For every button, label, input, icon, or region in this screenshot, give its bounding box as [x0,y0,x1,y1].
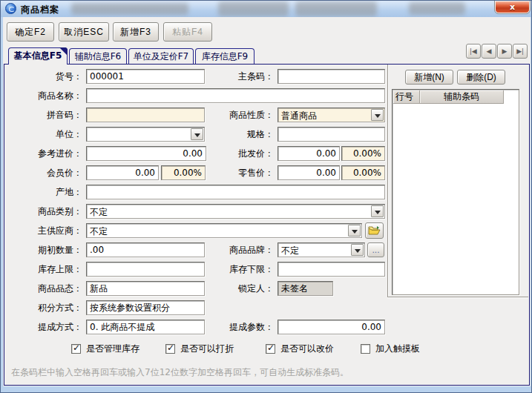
product-name-input[interactable] [86,88,385,103]
brand-more-button: ... [367,242,384,257]
main-barcode-label: 主条码： [194,69,274,84]
nav-first-button[interactable]: |◀ [466,44,481,59]
stock-upper-label: 库存上限： [7,262,82,277]
manage-stock-checkbox[interactable]: ✓ 是否管理库存 [71,343,139,354]
main-barcode-input[interactable] [278,69,385,84]
stock-upper-input[interactable] [86,262,205,277]
product-state-input[interactable] [86,281,205,296]
category-select[interactable]: 不定 [86,204,385,219]
paste-button: 粘贴F4 [163,22,212,42]
member-price-label: 会员价： [7,165,82,180]
confirm-button[interactable]: 确定F2 [7,22,54,42]
nav-last-button[interactable]: ▶| [513,44,528,59]
checkbox-label: 是否管理库存 [86,343,139,355]
initial-qty-label: 期初数量： [7,242,82,257]
main-supplier-label: 主供应商： [7,223,82,238]
origin-label: 产地： [7,185,82,199]
blurred-region [218,1,289,16]
browse-supplier-button[interactable] [365,222,384,239]
product-archive-window: 商品档案 x 确定F2 取消ESC 新增F3 粘贴F4 |◀ ◀ ▶ ▶| 基本… [0,0,532,393]
blurred-region [71,3,188,15]
unit-select[interactable] [86,127,205,142]
check-icon: ✓ [73,343,80,353]
tab-basic-info[interactable]: 基本信息F5 [8,47,68,65]
commission-method-label: 提成方式： [7,320,82,334]
brand-select[interactable]: 不定 [278,242,365,257]
stock-lower-input[interactable] [278,262,385,277]
lock-person-label: 锁定人： [194,281,274,296]
checkbox-label: 加入触摸板 [375,343,420,355]
member-price-input[interactable] [86,165,159,180]
checkbox-label: 是否可以打折 [180,343,234,355]
window-title: 商品档案 [21,4,59,16]
ref-purchase-price-label: 参考进价： [7,146,82,161]
pinyin-code-label: 拼音码： [7,108,82,122]
checkbox-box[interactable]: ✓ [165,344,175,354]
lock-person-field [278,281,333,296]
close-button[interactable]: x [495,1,530,13]
cancel-button[interactable]: 取消ESC [59,22,109,42]
ref-purchase-price-input[interactable] [86,146,206,161]
commission-method-input[interactable] [86,320,205,334]
chevron-down-icon[interactable] [348,225,361,237]
status-hint: 在条码栏中输入空格再回车或输入7位12位数字加空格再回车，可自动生成标准条码。 [11,366,523,379]
product-state-label: 商品品态： [7,281,82,296]
wholesale-percent-input[interactable] [341,146,385,161]
check-icon: ✓ [267,343,275,353]
checkbox-box[interactable]: ✓ [266,344,275,354]
open-folder-icon [368,225,381,236]
points-method-input[interactable] [86,300,205,315]
item-no-label: 货号： [7,69,82,84]
check-icon: ✓ [167,343,174,353]
wholesale-price-input[interactable] [278,146,340,161]
tab-unit-pricing[interactable]: 单位及定价F7 [128,48,194,64]
product-nature-label: 商品性质： [194,108,274,122]
allow-price-change-checkbox[interactable]: ✓ 是否可以改价 [266,343,334,354]
column-row-no: 行号 [393,90,420,104]
aux-add-button[interactable]: 新增(N) [405,70,453,85]
product-nature-select[interactable]: 普通商品 [278,108,385,122]
wholesale-price-label: 批发价： [194,146,274,161]
retail-price-input[interactable] [278,165,340,180]
spec-input[interactable] [278,127,385,142]
commission-param-label: 提成参数： [194,320,274,334]
points-method-label: 积分方式： [7,300,82,315]
checkbox-label: 是否可以改价 [280,343,334,355]
close-icon: x [510,2,515,12]
retail-price-label: 零售价： [194,165,274,180]
item-no-input[interactable] [86,69,205,84]
column-aux-barcode: 辅助条码 [420,90,504,104]
chevron-down-icon[interactable] [371,109,384,121]
tab-stock-info[interactable]: 库存信息F9 [195,48,254,64]
aux-delete-button[interactable]: 删除(D) [457,70,505,85]
origin-input[interactable] [86,185,385,199]
checkbox-box[interactable] [361,344,370,354]
brand-label: 商品品牌： [194,242,274,257]
aux-table-header: 行号 辅助条码 [393,90,504,104]
add-touchpad-checkbox[interactable]: 加入触摸板 [361,343,420,354]
chevron-down-icon[interactable] [371,205,384,217]
allow-discount-checkbox[interactable]: ✓ 是否可以打折 [165,343,234,354]
unit-label: 单位： [7,127,82,142]
add-button[interactable]: 新增F3 [113,22,159,42]
checkbox-box[interactable]: ✓ [71,344,81,354]
main-supplier-select[interactable]: 不定 [86,223,362,238]
blurred-region [409,2,465,15]
commission-param-input[interactable] [278,320,385,334]
aux-barcode-table[interactable]: 行号 辅助条码 [392,89,519,295]
spec-label: 规格： [194,127,274,142]
blurred-region [295,1,377,16]
product-name-label: 商品名称： [7,88,82,103]
pinyin-code-input[interactable] [86,108,205,122]
nav-prev-button[interactable]: ◀ [482,44,496,59]
chevron-down-icon[interactable] [351,244,364,256]
nav-next-button[interactable]: ▶ [497,44,512,59]
category-label: 商品类别： [7,204,82,219]
retail-percent-input[interactable] [341,165,385,180]
initial-qty-input[interactable] [86,242,205,257]
app-icon [5,3,16,14]
tab-aux-info[interactable]: 辅助信息F6 [69,48,127,64]
stock-lower-label: 库存下限： [194,262,274,277]
title-bar: 商品档案 x [1,1,532,17]
